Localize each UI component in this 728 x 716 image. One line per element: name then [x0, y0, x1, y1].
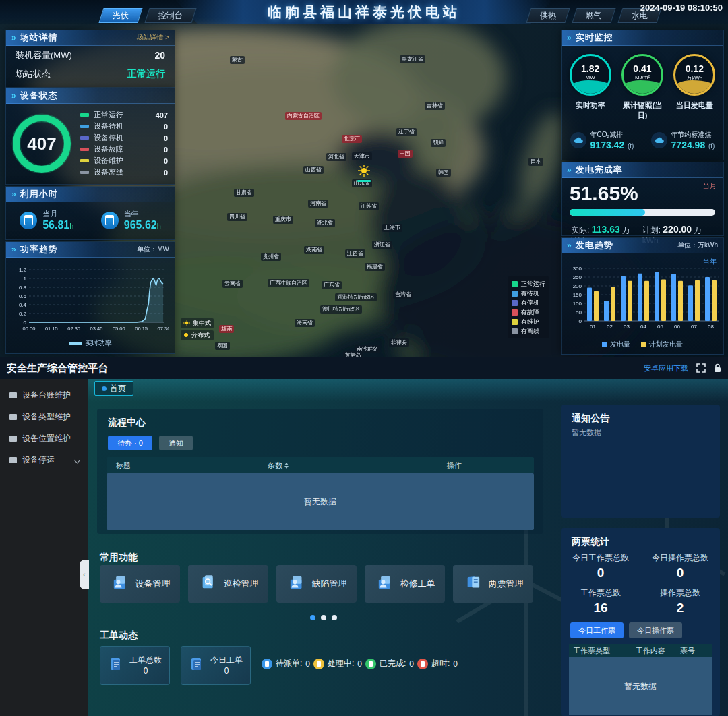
map-label-韩国: 韩国: [436, 169, 451, 177]
map-label-湖北省: 湖北省: [315, 219, 335, 227]
annual-stat-value: 9173.42 (t): [590, 140, 634, 150]
tab-燃气[interactable]: 燃气: [572, 8, 615, 23]
station-detail-link[interactable]: 场站详情 >: [136, 33, 169, 42]
function-card-缺陷管理[interactable]: 缺陷管理: [276, 565, 357, 603]
screen: 蒙古黑龙江省吉林省辽宁省内蒙古自治区北京市河北省天津市朝鲜中国韩国日本山西省山东…: [0, 0, 728, 716]
sidebar-collapse-handle[interactable]: ‹: [80, 560, 89, 589]
utilization-value: 56.81h: [42, 219, 73, 231]
plant-location-marker[interactable]: [357, 165, 371, 182]
solar-dashboard: 蒙古黑龙江省吉林省辽宁省内蒙古自治区北京市河北省天津市朝鲜中国韩国日本山西省山东…: [0, 0, 728, 357]
lock-icon[interactable]: [714, 363, 721, 373]
carousel-dot[interactable]: [321, 615, 326, 620]
wo-card-label: 今日工单: [210, 655, 243, 665]
utilization-label: 当年: [124, 209, 161, 219]
function-card-设备管理[interactable]: 设备管理: [100, 565, 180, 603]
map-legend-item: 有维护: [512, 317, 545, 326]
datetime: 2024-09-19 08:10:50: [640, 3, 723, 13]
map-label-四川省: 四川省: [227, 213, 247, 221]
tab-控制台[interactable]: 控制台: [144, 8, 196, 23]
legend-value: 0: [164, 146, 168, 154]
device-legend-item: 设备待机0: [80, 121, 168, 132]
annual-stat-label: 年CO₂减排: [590, 130, 634, 140]
map-label-河南省: 河南省: [308, 200, 328, 208]
legend-square-swatch: [602, 342, 607, 347]
svg-text:1.2: 1.2: [19, 267, 27, 273]
wo-card-工单总数[interactable]: 工单总数0: [100, 646, 170, 685]
map-label-辽宁省: 辽宁省: [396, 128, 417, 136]
plant-type-分布式[interactable]: 分布式: [181, 330, 214, 340]
carousel-dots: [310, 615, 337, 620]
legend-label: 设备待机: [94, 121, 123, 131]
legend-entry: 实时功率: [69, 338, 112, 348]
station-panel-title: 场站详情: [20, 32, 58, 44]
panel-arrow-icon: »: [11, 245, 16, 254]
tab-供热[interactable]: 供热: [526, 8, 570, 23]
legend-label: 有维护: [521, 318, 539, 326]
sidebar-item-设备台账维护[interactable]: 设备台账维护: [0, 384, 88, 406]
sidebar-item-设备类型维护[interactable]: 设备类型维护: [0, 406, 88, 427]
station-row-label: 场站状态: [16, 68, 51, 80]
station-row: 场站状态正常运行: [6, 65, 175, 84]
function-icon-设备管理: [110, 572, 130, 595]
sort-icon[interactable]: [284, 463, 289, 469]
map-label-湖南省: 湖南省: [304, 246, 324, 254]
ticket-stat: 操作票总数2: [640, 587, 720, 621]
wo-card-今日工单[interactable]: 今日工单0: [181, 646, 251, 685]
svg-text:03:45: 03:45: [90, 326, 103, 332]
work-orders-title: 工单动态: [100, 630, 138, 642]
plant-type-集中式[interactable]: 集中式: [181, 318, 214, 328]
svg-text:0.2: 0.2: [19, 311, 27, 317]
ticket-tab-今日工作票[interactable]: 今日工作票: [570, 622, 624, 638]
device-status-legend: 正常运行407设备待机0设备停机0设备故障0设备维护0设备离线0: [80, 109, 168, 178]
legend-swatch: [512, 309, 518, 316]
gauge-ring: 0.12万kWh: [673, 54, 715, 96]
map-label-江西省: 江西省: [345, 249, 365, 258]
notices-empty: 暂无数据: [561, 427, 720, 438]
carousel-dot[interactable]: [310, 615, 315, 620]
ticket-tab-今日操作票[interactable]: 今日操作票: [629, 622, 682, 638]
fullscreen-icon[interactable]: [696, 363, 706, 373]
svg-text:0.8: 0.8: [19, 285, 27, 291]
utilization-value: 965.62h: [124, 219, 161, 231]
map-legend-item: 正常运行: [512, 279, 545, 289]
top-glow: [88, 379, 728, 402]
process-btn-通知[interactable]: 通知: [159, 436, 193, 450]
legend-text: 实时功率: [85, 338, 112, 348]
platform-sidebar: 设备台账维护设备类型维护设备位置维护设备停运: [0, 379, 88, 716]
svg-text:00:00: 00:00: [23, 326, 36, 332]
gauge-value: 1.82: [572, 64, 609, 74]
function-card-巡检管理[interactable]: 巡检管理: [188, 565, 268, 603]
map-label-江苏省: 江苏省: [359, 202, 379, 210]
svg-text:100: 100: [573, 301, 582, 307]
function-card-检修工单[interactable]: 检修工单: [365, 565, 445, 603]
legend-entry: 发电量: [602, 340, 630, 349]
process-col-操作: 操作: [437, 460, 534, 471]
svg-text:06: 06: [674, 324, 680, 330]
generation-trend-panel: » 发电趋势 单位：万kWh 当年 0501001502002503000102…: [561, 237, 724, 355]
sidebar-item-设备位置维护[interactable]: 设备位置维护: [0, 427, 88, 449]
function-card-两票管理[interactable]: 两票管理: [453, 565, 533, 603]
android-download-link[interactable]: 安卓应用下载: [644, 363, 688, 374]
ticket-col-工作内容: 工作内容: [632, 646, 676, 656]
device-legend-item: 设备停机0: [80, 132, 168, 144]
legend-label: 设备离线: [94, 167, 123, 177]
process-col-条数[interactable]: 条数: [258, 460, 437, 471]
carousel-dot[interactable]: [332, 615, 337, 620]
panel-arrow-icon: »: [567, 165, 572, 175]
process-btn-待办 · 0[interactable]: 待办 · 0: [108, 436, 152, 450]
power-panel-title: 功率趋势: [20, 243, 58, 256]
utilization-label: 当月: [42, 209, 73, 219]
wo-status-label: 处理中:: [328, 658, 354, 669]
generation-trend-chart: 0501001502002503000102030405060708: [562, 253, 723, 342]
device-icon: [9, 457, 17, 463]
gauge-liquid: [673, 80, 715, 95]
wo-status-label: 超时:: [431, 658, 450, 669]
sidebar-item-设备停运[interactable]: 设备停运: [0, 449, 88, 471]
tab-home[interactable]: 首页: [94, 381, 133, 396]
tab-label: 控制台: [158, 10, 183, 22]
notices-title: 通知公告: [561, 405, 720, 427]
map-label-天津市: 天津市: [352, 152, 372, 160]
completion-panel-title: 发电完成率: [576, 164, 623, 176]
svg-text:08: 08: [708, 324, 714, 330]
tab-光伏[interactable]: 光伏: [98, 8, 142, 23]
